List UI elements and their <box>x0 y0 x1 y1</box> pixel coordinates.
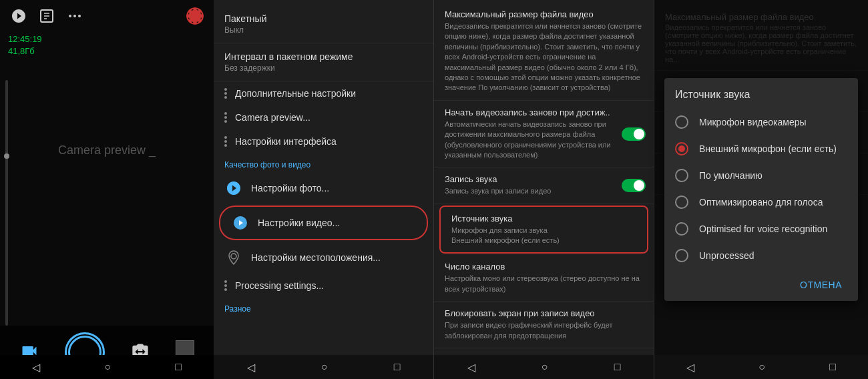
home-btn-settings[interactable]: ○ <box>321 361 328 373</box>
edit-icon[interactable] <box>36 5 57 27</box>
batch-label: Пакетный <box>224 13 423 24</box>
settings-item-processing[interactable]: Processing settings... <box>214 274 433 298</box>
svg-point-9 <box>231 254 236 259</box>
option-default-label: По умолчанию <box>699 170 763 181</box>
video-setting-restart[interactable]: Начать видеозапись заново при достиж.. А… <box>434 101 654 168</box>
lockscreen-title: Блокировать экран при записи видео <box>445 308 643 318</box>
svg-point-6 <box>193 14 198 19</box>
dots-icon-interface <box>224 136 227 147</box>
home-btn-video[interactable]: ○ <box>541 361 548 373</box>
recent-btn-camera[interactable]: □ <box>175 361 182 373</box>
svg-point-2 <box>73 15 76 17</box>
settings-panel: Пакетный Выкл Интервал в пакетном режиме… <box>214 0 434 379</box>
recent-btn-video[interactable]: □ <box>614 361 621 373</box>
channels-desc: Настройка моно или стереозвука (стерео д… <box>445 274 643 294</box>
settings-item-interface[interactable]: Настройки интерфейса <box>214 129 433 153</box>
audiosource-title: Источник звука <box>451 214 636 224</box>
option-voice-opt-label: Оптимизировано для голоса <box>699 197 823 208</box>
zoom-slider[interactable] <box>5 80 8 326</box>
lockscreen-desc: При записи видео графический интерфейс б… <box>445 320 643 341</box>
photo-settings-icon <box>224 179 243 198</box>
sound-toggle-knob <box>634 180 644 191</box>
option-default[interactable]: По умолчанию <box>664 162 858 189</box>
maxsize-desc: Видеозапись прекратится или начнется зан… <box>445 21 643 93</box>
option-unprocessed[interactable]: Unprocessed <box>664 242 858 269</box>
mode-icon[interactable] <box>8 5 29 27</box>
cancel-button[interactable]: ОТМЕНА <box>795 274 847 296</box>
option-external-mic[interactable]: Внешний микрофон (если есть) <box>664 135 858 162</box>
settings-item-camera-preview[interactable]: Camera preview... <box>214 105 433 129</box>
preview-label: Camera preview _ <box>0 143 214 157</box>
option-unprocessed-label: Unprocessed <box>699 250 754 261</box>
video-settings-panel: Максимальный размер файла видео Видеозап… <box>434 0 654 379</box>
back-btn-camera[interactable]: ◁ <box>32 361 40 374</box>
settings-item-interval[interactable]: Интервал в пакетном режиме Без задержки <box>214 43 433 81</box>
interface-label: Настройки интерфейса <box>235 136 337 147</box>
video-setting-maxsize[interactable]: Максимальный размер файла видео Видеозап… <box>434 3 654 101</box>
dots-icon-processing <box>224 280 227 291</box>
settings-item-video[interactable]: Настройки видео... <box>219 206 428 240</box>
recent-btn-settings[interactable]: □ <box>394 361 401 373</box>
settings-icon[interactable] <box>184 5 206 27</box>
option-voice-optimized[interactable]: Оптимизировано для голоса <box>664 189 858 216</box>
radio-voice-opt <box>675 196 688 209</box>
location-icon <box>224 248 243 267</box>
dialog-title: Источник звука <box>664 89 858 109</box>
radio-external-mic <box>675 142 688 155</box>
camera-panel: 12:45:19 41,8Гб Camera preview _ ◁ ○ □ <box>0 0 214 379</box>
restart-toggle-knob <box>634 129 644 139</box>
camera-time: 12:45:19 41,8Гб <box>8 33 42 57</box>
settings-list: Пакетный Выкл Интервал в пакетном режиме… <box>214 0 433 355</box>
batch-value: Выкл <box>224 25 423 35</box>
back-btn-dialog[interactable]: ◁ <box>686 361 694 374</box>
option-voice-recognition[interactable]: Optimised for voice recognition <box>664 216 858 242</box>
dialog-panel: Максимальный размер файла видео Видеозап… <box>654 0 868 379</box>
restart-toggle[interactable] <box>622 127 646 141</box>
restart-title: Начать видеозапись заново при достиж.. <box>445 107 616 117</box>
settings-item-location[interactable]: Настройки местоположения... <box>214 242 433 274</box>
dots-icon-advanced <box>224 88 227 99</box>
nav-bar-dialog: ◁ ○ □ <box>654 355 868 379</box>
settings-item-advanced[interactable]: Дополнительные настройки <box>214 81 433 105</box>
section-misc: Разное <box>214 298 433 316</box>
more-icon[interactable] <box>64 5 85 27</box>
dialog-actions: ОТМЕНА <box>664 269 858 301</box>
svg-point-3 <box>78 15 81 17</box>
back-btn-video[interactable]: ◁ <box>467 361 475 374</box>
svg-point-1 <box>69 15 71 17</box>
sound-toggle[interactable] <box>622 179 646 192</box>
audiosource-desc: Микрофон для записи звукаВнешний микрофо… <box>451 226 636 246</box>
sound-title: Запись звука <box>445 174 616 184</box>
interval-label: Интервал в пакетном режиме <box>224 51 423 62</box>
option-external-mic-label: Внешний микрофон (если есть) <box>699 143 837 154</box>
back-btn-settings[interactable]: ◁ <box>247 361 255 374</box>
advanced-label: Дополнительные настройки <box>235 88 356 99</box>
radio-camera-mic <box>675 115 688 129</box>
nav-bar-video: ◁ ○ □ <box>434 355 654 379</box>
dialog-overlay: Источник звука Микрофон видеокамеры Внеш… <box>654 0 868 379</box>
interval-value: Без задержки <box>224 63 423 73</box>
restart-desc: Автоматически начать видеозапись заново … <box>445 119 616 161</box>
section-quality: Качество фото и видео <box>214 153 433 172</box>
radio-voice-rec <box>675 222 688 236</box>
radio-default <box>675 169 688 182</box>
video-setting-audiosource[interactable]: Источник звука Микрофон для записи звука… <box>439 206 648 254</box>
nav-bar-camera: ◁ ○ □ <box>0 355 214 379</box>
option-camera-mic[interactable]: Микрофон видеокамеры <box>664 109 858 135</box>
dots-icon-preview <box>224 112 227 123</box>
video-setting-sound[interactable]: Запись звука Запись звука при записи вид… <box>434 167 654 204</box>
home-btn-camera[interactable]: ○ <box>104 361 111 373</box>
video-settings-list: Максимальный размер файла видео Видеозап… <box>434 0 654 355</box>
processing-settings-label: Processing settings... <box>235 280 324 291</box>
camera-top-bar <box>0 0 214 32</box>
option-camera-mic-label: Микрофон видеокамеры <box>699 117 807 127</box>
settings-item-photo[interactable]: Настройки фото... <box>214 172 433 204</box>
video-setting-channels[interactable]: Число каналов Настройка моно или стереоз… <box>434 255 654 302</box>
home-btn-dialog[interactable]: ○ <box>758 361 765 373</box>
settings-item-batch[interactable]: Пакетный Выкл <box>214 5 433 43</box>
video-setting-lockscreen[interactable]: Блокировать экран при записи видео При з… <box>434 302 654 348</box>
recent-btn-dialog[interactable]: □ <box>829 361 836 373</box>
option-voice-rec-label: Optimised for voice recognition <box>699 224 827 234</box>
camera-top-left-icons <box>8 5 85 27</box>
sound-desc: Запись звука при записи видео <box>445 186 616 196</box>
